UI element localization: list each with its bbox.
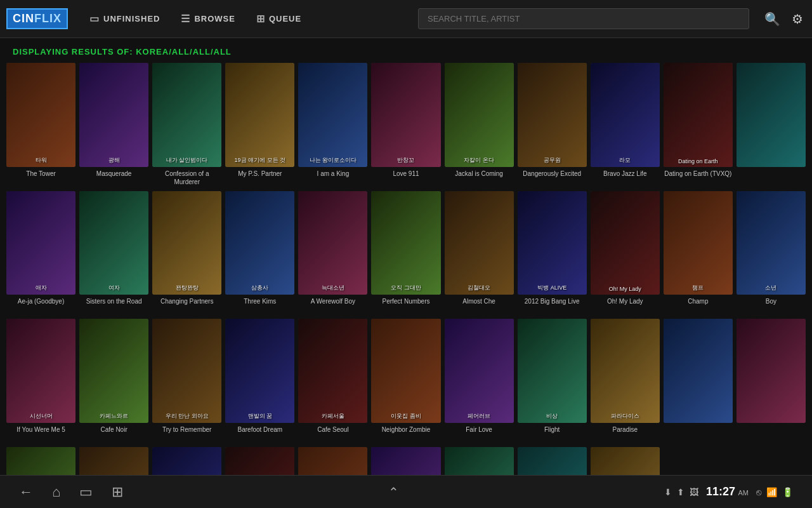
movie-title-label: Oh! My Lady [607,297,643,314]
list-item[interactable]: 타워The Tower [6,63,75,186]
list-item[interactable]: 애자Ae-ja (Goodbye) [6,191,75,314]
movie-title-label: Dangerously Excited [523,170,581,186]
list-item[interactable]: 시선너머If You Were Me 5 [6,319,75,442]
list-item[interactable]: 내가 살인범이다Confession of a Murderer [152,63,221,186]
movie-title-label: Neighbor Zombie [382,425,431,442]
movie-title-label: Paradise [613,425,638,442]
list-item[interactable]: 라모Bravo Jazz Life [591,63,660,186]
movie-title-label: Three Kims [244,297,276,314]
list-item[interactable]: 광해Masquerade [79,63,148,186]
movie-title-label: Champ [688,297,708,314]
browse-icon: ☰ [181,13,190,25]
bottom-bar: ← ⌂ ▭ ⊞ ⌃ ⬇ ⬆ 🖼 11:27 AM ⎋ 📶 🔋 [0,475,812,508]
list-item[interactable]: Dating on EarthDating on Earth (TVXQ) [664,63,733,186]
list-item[interactable]: 19금 얘기에 모든 것My P.S. Partner [225,63,294,186]
list-item[interactable]: 꽌탕꽌탕Changing Partners [152,191,221,314]
image-icon: 🖼 [690,487,698,497]
tv-icon: ▭ [89,13,100,25]
movie-title-label: If You Were Me 5 [16,425,65,442]
list-item[interactable]: 카페서울Cafe Seoul [298,319,367,442]
movie-title-label: Sisters on the Road [86,297,142,314]
status-icons: ⬇ ⬆ 🖼 [664,487,698,497]
search-icon[interactable]: 🔍 [762,9,783,29]
home-icon[interactable]: ⌂ [52,484,60,500]
wifi-icon: 📶 [766,487,777,497]
filter-value[interactable]: KOREA/ALL/ALL/ALL [136,47,232,57]
movie-title-label: A Werewolf Boy [311,297,355,314]
movie-title-label: The Tower [26,170,56,186]
list-item[interactable]: 파라다이스Paradise [591,319,660,442]
list-item[interactable]: 소년Boy [737,191,806,314]
logo-text: CINFLIX [6,8,68,29]
list-item[interactable]: 삼총사Three Kims [225,191,294,314]
list-item[interactable]: 빅뱅 ALIVE2012 Big Bang Live [518,191,587,314]
filter-prefix: DISPLAYING RESULTS OF: [13,47,133,57]
upload-icon: ⬆ [677,487,684,497]
bottom-right: ⬇ ⬆ 🖼 11:27 AM ⎋ 📶 🔋 [664,485,793,498]
movie-title-label: Perfect Numbers [382,297,429,314]
list-item[interactable]: 나는 왕이로소이다I am a King [298,63,367,186]
movie-title-label: Flight [544,425,560,442]
nav-unfinished[interactable]: ▭ UNFINISHED [81,9,169,29]
list-item[interactable]: 늑대소년A Werewolf Boy [298,191,367,314]
movie-title-label: Confession of a Murderer [152,170,221,186]
list-item[interactable]: 반창꼬Love 911 [371,63,440,186]
filter-bar: DISPLAYING RESULTS OF: KOREA/ALL/ALL/ALL [0,38,812,63]
movie-title-label: Bravo Jazz Life [603,170,646,186]
movie-title-label: Boy [766,297,776,314]
battery-icon: 🔋 [782,487,793,497]
movie-title-label: Cafe Seoul [317,425,348,442]
movie-title-label: Dating on Earth (TVXQ) [664,170,731,186]
list-item[interactable] [664,319,733,442]
list-item[interactable]: 자칼이 온다Jackal is Coming [445,63,514,186]
movie-title-label: Barefoot Dream [238,425,283,442]
movie-title-label: Almost Che [462,297,495,314]
menu-icon[interactable]: ⊞ [112,484,123,500]
movie-title-label: Changing Partners [160,297,213,314]
list-item[interactable]: 김철대오Almost Che [445,191,514,314]
recent-icon[interactable]: ▭ [79,484,93,500]
movie-title-label: Try to Remember [162,425,211,442]
list-item[interactable]: 이웃집 좀비Neighbor Zombie [371,319,440,442]
movie-title-label: My P.S. Partner [238,170,282,186]
movie-title-label: Masquerade [96,170,132,186]
list-item[interactable]: 비상Flight [518,319,587,442]
movie-title-label: Jackal is Coming [455,170,503,186]
movie-title-label: Fair Love [466,425,492,442]
list-item[interactable]: 여자Sisters on the Road [79,191,148,314]
download-icon: ⬇ [664,487,672,497]
list-item[interactable]: 오직 그대만Perfect Numbers [371,191,440,314]
search-bar[interactable] [418,8,749,29]
app-logo[interactable]: CINFLIX [6,8,68,29]
back-icon[interactable]: ← [19,484,33,500]
top-navigation: CINFLIX ▭ UNFINISHED ☰ BROWSE ⊞ QUEUE 🔍 … [0,0,812,38]
list-item[interactable]: 카페느와르Cafe Noir [79,319,148,442]
list-item[interactable]: 페어러브Fair Love [445,319,514,442]
queue-icon: ⊞ [256,13,265,25]
nav-right: 🔍 ⚙ [762,9,806,29]
nav-browse[interactable]: ☰ BROWSE [172,9,244,29]
list-item[interactable]: Oh! My LadyOh! My Lady [591,191,660,314]
list-item[interactable]: 맨발의 꿈Barefoot Dream [225,319,294,442]
list-item[interactable]: 우리 만난 외아요Try to Remember [152,319,221,442]
time-display: 11:27 AM [706,485,749,498]
movie-grid: 타워The Tower광해Masquerade내가 살인범이다Confessio… [6,63,806,495]
movie-title-label: 2012 Big Bang Live [525,297,580,314]
nav-items: ▭ UNFINISHED ☰ BROWSE ⊞ QUEUE [81,9,412,29]
list-item[interactable]: 챔프Champ [664,191,733,314]
search-input[interactable] [418,8,749,29]
scroll-up-button[interactable]: ⌃ [388,485,399,500]
movie-title-label: I am a King [317,170,350,186]
list-item[interactable]: 공무원Dangerously Excited [518,63,587,186]
list-item[interactable] [737,63,806,186]
bottom-navigation: ← ⌂ ▭ ⊞ [19,484,123,500]
movie-grid-container: 타워The Tower광해Masquerade내가 살인범이다Confessio… [0,63,812,495]
nav-queue[interactable]: ⊞ QUEUE [247,9,310,29]
movie-title-label: Ae-ja (Goodbye) [18,297,64,314]
settings-icon[interactable]: ⚙ [789,9,806,29]
list-item[interactable] [737,319,806,442]
movie-title-label: Cafe Noir [101,425,128,442]
connectivity-icons: ⎋ 📶 🔋 [756,487,793,497]
movie-title-label: Love 911 [393,170,419,186]
bluetooth-icon: ⎋ [756,487,761,497]
